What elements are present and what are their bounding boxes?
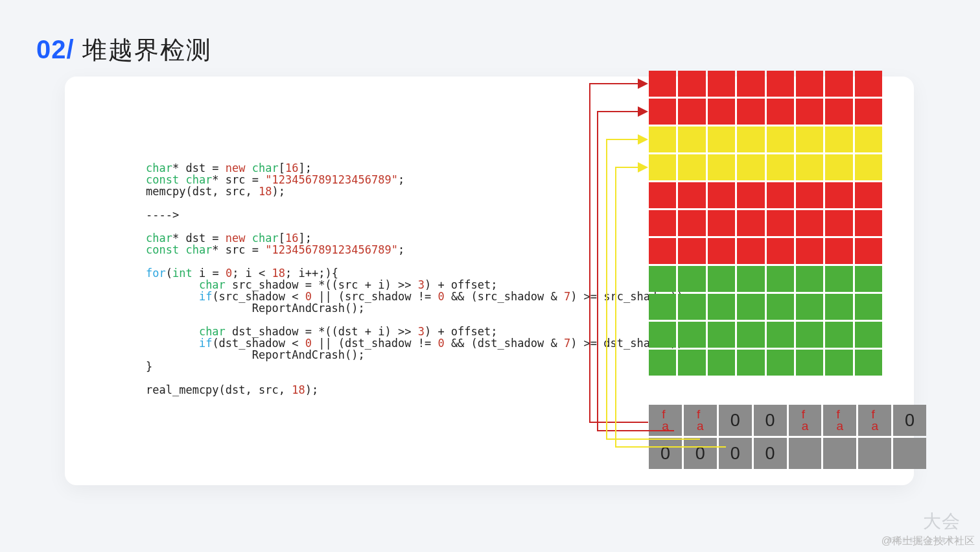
code-token: 0 [438,290,444,303]
code-token: * dst = [172,162,226,174]
code-token: ) + offset; [425,278,498,291]
memory-cell-green [796,294,823,320]
memory-cell-yellow [855,154,882,180]
code-token: [ [279,232,285,245]
code-token: * dst = [172,232,226,245]
memory-cell-red [767,182,794,208]
code-token: ( [166,267,172,280]
code-token: 18 [292,383,305,396]
code-token: (src_shadow < [212,290,305,303]
code-token: ]; [298,162,311,174]
shadow-cell [823,438,856,469]
memory-cell-green [737,350,764,376]
shadow-cell: 0 [719,438,752,469]
memory-cell-green [678,266,705,292]
memory-cell-green [855,266,882,292]
code-token: int [172,267,192,280]
code-token: 0 [305,337,312,350]
memory-cell-red [649,238,676,264]
memory-cell-red [855,210,882,236]
code-token: const char [146,243,212,256]
memory-cell-green [825,294,852,320]
memory-cell-green [767,322,794,348]
code-token: char [146,232,172,245]
memory-cell-green [708,266,735,292]
code-token: ; i < [232,267,272,280]
memory-cell-red [737,99,764,125]
memory-cell-red [708,99,735,125]
memory-cell-yellow [737,126,764,152]
section-number: 02/ [36,35,75,64]
memory-cell-red [708,182,735,208]
memory-cell-red [796,182,823,208]
code-token: (dst_shadow < [212,337,305,350]
code-token: 18 [259,185,272,198]
code-token: || (src_shadow != [312,290,438,303]
code-token: memcpy(dst, src, [146,185,259,198]
memory-cell-red [737,238,764,264]
code-token: && (src_shadow & [445,290,564,303]
memory-cell-red [796,71,823,97]
slide-title: 堆越界检测 [82,34,212,67]
memory-cell-red [855,71,882,97]
memory-cell-yellow [737,154,764,180]
memory-cell-yellow [708,126,735,152]
code-token: if [199,290,212,303]
shadow-cell: fa [789,405,822,436]
memory-cell-green [649,266,676,292]
memory-cell-red [796,210,823,236]
code-token: ; [398,173,404,186]
memory-cell-red [855,182,882,208]
shadow-cell: 0 [719,405,752,436]
code-token: ReportAndCrash(); [146,302,365,315]
code-token: 0 [305,290,312,303]
shadow-memory-grid: fafa00fafafa00000 [649,405,856,469]
memory-cell-green [855,350,882,376]
memory-cell-green [649,322,676,348]
slide-header: 02/ 堆越界检测 [36,34,212,67]
code-token: * src = [212,243,265,256]
memory-cell-yellow [649,154,676,180]
memory-cell-red [708,71,735,97]
memory-cell-green [678,294,705,320]
memory-grid-main [649,71,856,376]
watermark-logo: 大会 [923,509,961,534]
memory-cell-yellow [767,154,794,180]
code-token: real_memcpy(dst, src, [146,383,292,396]
shadow-cell: 0 [754,438,787,469]
code-token [146,278,199,291]
memory-cell-green [796,350,823,376]
code-token: 0 [438,337,444,350]
code-token: 7 [564,290,570,303]
shadow-cell: fa [684,405,717,436]
memory-cell-red [767,238,794,264]
arrow-separator: ----> [146,208,179,221]
memory-cell-green [767,266,794,292]
memory-cell-red [649,182,676,208]
memory-cell-yellow [678,154,705,180]
memory-cell-green [796,266,823,292]
code-token: ); [272,185,285,198]
code-token: 16 [285,162,298,174]
memory-cell-green [825,322,852,348]
code-token: ); [305,383,318,396]
code-token: 16 [285,232,298,245]
memory-cell-red [678,210,705,236]
code-token: 3 [418,278,425,291]
code-token: "123456789123456789" [265,243,398,256]
code-token: ) + offset; [425,325,498,338]
memory-cell-red [678,71,705,97]
memory-cell-green [825,350,852,376]
memory-cell-red [678,182,705,208]
memory-cell-green [708,322,735,348]
memory-cell-red [737,182,764,208]
memory-cell-red [825,210,852,236]
code-token: i = [192,267,226,280]
memory-cell-yellow [678,126,705,152]
code-token: [ [279,162,285,174]
shadow-cell [789,438,822,469]
code-token: new [226,162,246,174]
code-token [146,325,199,338]
memory-cell-red [796,238,823,264]
memory-cell-red [825,99,852,125]
